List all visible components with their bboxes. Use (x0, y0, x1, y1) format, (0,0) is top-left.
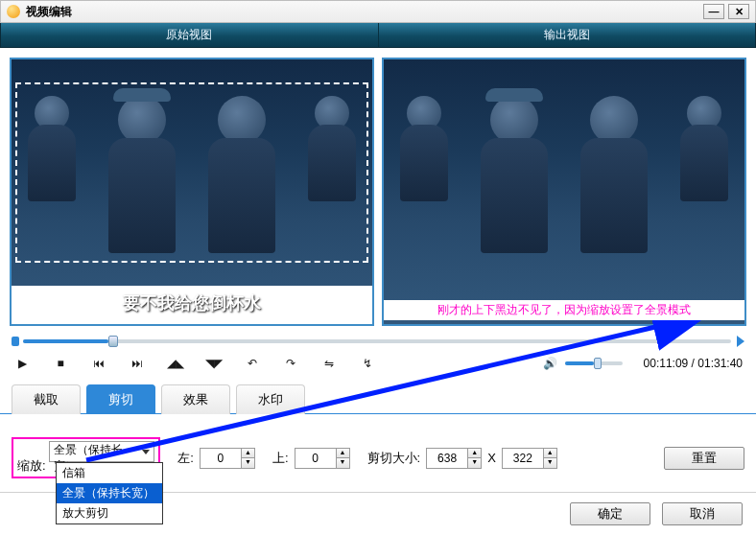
zoom-option-letterbox[interactable]: 信箱 (57, 463, 162, 483)
zoom-option-panorama[interactable]: 全景（保持长宽） (57, 483, 162, 503)
original-preview[interactable]: 要不我给您倒杯水 (10, 58, 374, 326)
video-subtitle: 要不我给您倒杯水 (12, 291, 372, 314)
output-view-tab[interactable]: 输出视图 (379, 23, 756, 47)
app-icon (7, 5, 20, 18)
close-button[interactable]: ✕ (728, 4, 749, 19)
ok-button[interactable]: 确定 (570, 502, 650, 525)
minimize-button[interactable]: — (703, 4, 724, 19)
output-caption: 刚才的上下黑边不见了，因为缩放设置了全景模式 (384, 300, 744, 320)
zoom-option-enlarge[interactable]: 放大剪切 (57, 503, 162, 523)
view-header: 原始视图 输出视图 (0, 23, 756, 48)
output-preview[interactable]: 刚才的上下黑边不见了，因为缩放设置了全景模式 (382, 58, 746, 326)
preview-row: 要不我给您倒杯水 刚才的上下黑边不见了，因为缩放设置了全景模式 (0, 48, 756, 326)
crop-selection[interactable] (15, 82, 368, 263)
title-bar: 视频编辑 — ✕ (0, 0, 756, 23)
window-title: 视频编辑 (26, 4, 72, 20)
cancel-button[interactable]: 取消 (662, 502, 743, 525)
original-view-tab[interactable]: 原始视图 (1, 23, 379, 47)
zoom-dropdown-list[interactable]: 信箱 全景（保持长宽） 放大剪切 (56, 462, 163, 524)
